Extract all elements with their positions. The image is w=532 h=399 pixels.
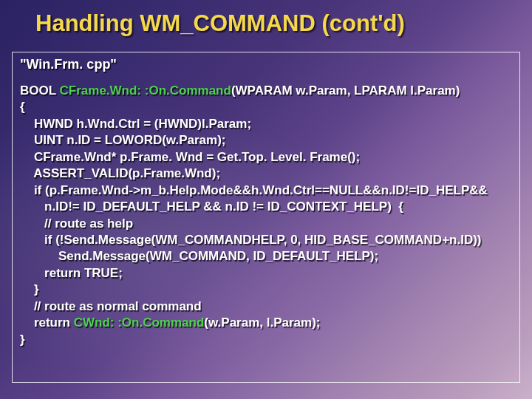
file-label: "Win.Frm. cpp" [20,57,512,72]
fn-oncommand: CFrame.Wnd: :On.Command [60,83,231,98]
fn-cwnd-oncommand: CWnd: :On.Command [74,316,205,330]
slide: Handling WM_COMMAND (cont'd) "Win.Frm. c… [0,0,532,399]
code-container: "Win.Frm. cpp" BOOL CFrame.Wnd: :On.Comm… [12,52,520,383]
code-block: BOOL CFrame.Wnd: :On.Command(WPARAM w.Pa… [20,83,512,348]
slide-title: Handling WM_COMMAND (cont'd) [35,10,405,37]
